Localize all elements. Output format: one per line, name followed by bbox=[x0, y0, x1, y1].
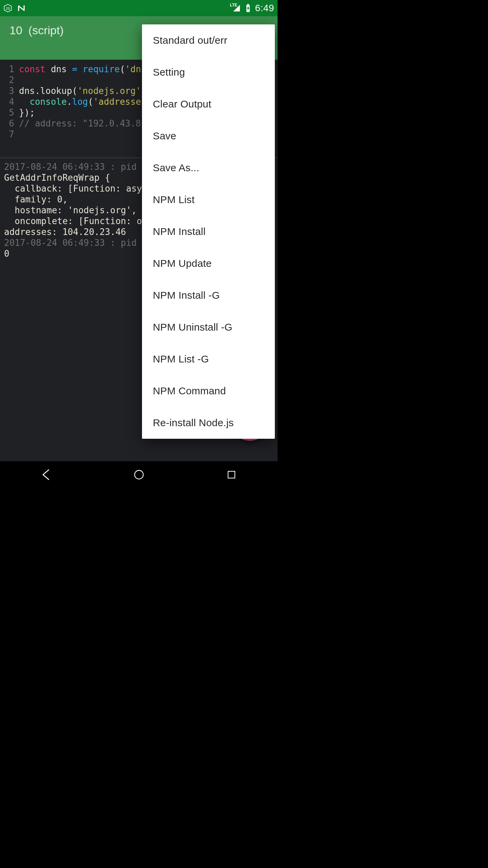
menu-item-npm-list[interactable]: NPM List bbox=[142, 184, 275, 216]
svg-rect-4 bbox=[247, 4, 249, 5]
line-number: 5 bbox=[4, 107, 19, 118]
nav-back-button[interactable] bbox=[36, 468, 57, 481]
menu-item-reinstall-node[interactable]: Re-install Node.js bbox=[142, 407, 275, 439]
status-bar: JS LTE 6:49 bbox=[0, 0, 278, 16]
svg-point-7 bbox=[135, 470, 143, 479]
menu-item-npm-install[interactable]: NPM Install bbox=[142, 216, 275, 248]
network-type-label: LTE bbox=[230, 3, 238, 7]
line-number: 2 bbox=[4, 75, 19, 85]
output-line: hostname: 'nodejs.org', bbox=[4, 205, 137, 215]
svg-rect-8 bbox=[228, 471, 235, 478]
output-line: family: 0, bbox=[4, 194, 68, 204]
app-n-icon bbox=[17, 4, 26, 13]
menu-item-save-as[interactable]: Save As... bbox=[142, 152, 275, 184]
line-number: 6 bbox=[4, 118, 19, 129]
output-line: GetAddrInfoReqWrap { bbox=[4, 173, 110, 183]
output-line: 0 bbox=[4, 249, 9, 259]
output-line: 2017-08-24 06:49:33 : pid 3082 bbox=[4, 238, 163, 248]
line-number: 1 bbox=[4, 64, 19, 75]
svg-text:JS: JS bbox=[5, 6, 10, 11]
status-left: JS bbox=[3, 4, 26, 13]
nav-recent-button[interactable] bbox=[221, 468, 242, 481]
menu-item-save[interactable]: Save bbox=[142, 120, 275, 152]
menu-item-npm-install-g[interactable]: NPM Install -G bbox=[142, 279, 275, 311]
status-time: 6:49 bbox=[255, 3, 274, 14]
menu-item-stdout-err[interactable]: Standard out/err bbox=[142, 24, 275, 56]
line-number: 3 bbox=[4, 85, 19, 96]
menu-item-npm-command[interactable]: NPM Command bbox=[142, 375, 275, 407]
output-line: 2017-08-24 06:49:33 : pid 3082 bbox=[4, 162, 163, 172]
overflow-menu: Standard out/err Setting Clear Output Sa… bbox=[142, 24, 275, 439]
battery-charging-icon bbox=[244, 4, 252, 13]
tab-number: 10 bbox=[9, 24, 22, 37]
tab-title: (script) bbox=[28, 24, 64, 37]
nodejs-icon: JS bbox=[3, 4, 12, 13]
cellular-signal-icon: LTE bbox=[232, 4, 241, 13]
menu-item-setting[interactable]: Setting bbox=[142, 56, 275, 88]
nav-home-button[interactable] bbox=[129, 468, 149, 481]
menu-item-npm-uninstall-g[interactable]: NPM Uninstall -G bbox=[142, 311, 275, 343]
line-number: 4 bbox=[4, 96, 19, 107]
status-right: LTE 6:49 bbox=[232, 3, 274, 14]
menu-item-npm-update[interactable]: NPM Update bbox=[142, 248, 275, 279]
menu-item-npm-list-g[interactable]: NPM List -G bbox=[142, 343, 275, 375]
output-line: addresses: 104.20.23.46 bbox=[4, 227, 126, 237]
line-number: 7 bbox=[4, 129, 19, 140]
android-nav-bar bbox=[0, 461, 278, 488]
menu-item-clear-output[interactable]: Clear Output bbox=[142, 88, 275, 120]
